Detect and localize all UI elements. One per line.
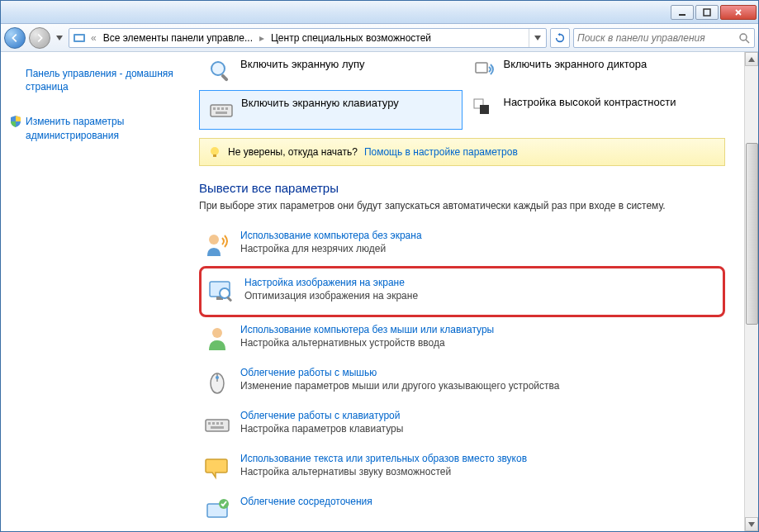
svg-rect-33 — [211, 426, 224, 429]
close-button[interactable] — [720, 5, 757, 20]
search-input[interactable] — [577, 32, 738, 44]
search-icon — [738, 31, 751, 45]
setting-display: Настройка изображения на экране Оптимиза… — [203, 270, 721, 313]
svg-rect-1 — [704, 9, 710, 16]
setting-sounds: Использование текста или зрительных обра… — [199, 446, 725, 489]
lightbulb-icon — [208, 145, 221, 159]
setting-link[interactable]: Облегчение работы с клавиатурой — [240, 410, 401, 421]
narrator-icon — [471, 58, 497, 84]
breadcrumb-item[interactable]: Все элементы панели управле... — [100, 29, 256, 47]
svg-point-6 — [211, 62, 225, 75]
breadcrumb-item[interactable]: Центр специальных возможностей — [268, 29, 434, 47]
scroll-up-button[interactable] — [745, 52, 758, 66]
setting-link[interactable]: Использование компьютера без экрана — [240, 230, 422, 241]
svg-rect-23 — [226, 296, 232, 302]
svg-rect-28 — [206, 420, 229, 431]
breadcrumb[interactable]: « Все элементы панели управле... ▸ Центр… — [69, 28, 547, 48]
setting-mouse: Облегчение работы с мышью Изменение пара… — [199, 360, 725, 403]
highlighted-setting: Настройка изображения на экране Оптимиза… — [199, 266, 725, 317]
narrator-item[interactable]: Включить экранного диктора — [463, 52, 726, 90]
main-panel: Включить экранную лупу Включить экранног… — [183, 52, 758, 531]
setting-desc: Настройка параметров клавиатуры — [240, 423, 403, 435]
setting-desc: Настройка альтернативы звуку возможносте… — [240, 466, 451, 477]
chevron-right-icon: ▸ — [256, 32, 268, 44]
svg-rect-14 — [216, 112, 227, 114]
shield-icon — [9, 115, 22, 128]
person-speaking-icon — [202, 230, 232, 259]
monitor-magnifier-icon — [206, 277, 236, 306]
magnifier-icon — [207, 58, 234, 84]
svg-rect-13 — [225, 107, 228, 110]
setting-desc: Настройка альтернативных устройств ввода — [240, 337, 445, 349]
magnifier-item[interactable]: Включить экранную лупу — [199, 52, 463, 90]
svg-rect-0 — [679, 14, 685, 16]
svg-rect-8 — [476, 63, 487, 73]
scroll-down-button[interactable] — [745, 517, 758, 531]
setting-focus: Облегчение сосредоточения — [199, 489, 725, 531]
svg-rect-7 — [221, 74, 229, 82]
svg-point-4 — [740, 34, 747, 40]
recent-pages-dropdown[interactable] — [54, 29, 65, 47]
svg-rect-9 — [211, 105, 232, 116]
setting-desc: Настройка для незрячих людей — [240, 243, 386, 254]
scroll-thumb[interactable] — [746, 143, 758, 325]
keyboard-icon — [208, 97, 235, 123]
svg-rect-30 — [212, 422, 215, 425]
svg-rect-16 — [480, 105, 489, 114]
control-panel-icon — [71, 30, 88, 46]
help-text: Не уверены, откуда начать? — [228, 146, 358, 158]
svg-rect-10 — [213, 107, 216, 110]
setting-desc: Изменение параметров мыши или другого ук… — [240, 380, 559, 392]
keyboard-item[interactable]: Включить экранную клавиатуру — [199, 90, 463, 130]
search-box[interactable] — [573, 28, 755, 48]
contrast-icon — [471, 96, 497, 122]
setting-keyboard: Облегчение работы с клавиатурой Настройк… — [199, 403, 725, 446]
person-icon — [202, 324, 232, 354]
focus-icon — [202, 496, 232, 525]
svg-point-24 — [212, 328, 222, 338]
minimize-button[interactable] — [671, 5, 694, 20]
keyboard-small-icon — [202, 410, 232, 439]
setting-no-mouse: Использование компьютера без мыши или кл… — [199, 317, 725, 360]
forward-button[interactable] — [29, 27, 50, 49]
svg-rect-32 — [221, 422, 223, 425]
svg-rect-11 — [217, 107, 220, 110]
mouse-icon — [202, 367, 232, 397]
svg-point-17 — [211, 147, 219, 155]
navbar: « Все элементы панели управле... ▸ Центр… — [1, 24, 758, 52]
setting-link[interactable]: Использование текста или зрительных обра… — [240, 453, 527, 464]
content: Панель управления - домашняя страница Из… — [1, 52, 758, 531]
help-bar: Не уверены, откуда начать? Помощь в наст… — [199, 138, 725, 166]
control-panel-home-link[interactable]: Панель управления - домашняя страница — [9, 64, 174, 97]
titlebar — [1, 1, 758, 24]
setting-link[interactable]: Облегчение сосредоточения — [240, 496, 372, 507]
contrast-item[interactable]: Настройка высокой контрастности — [463, 90, 726, 130]
svg-rect-3 — [75, 36, 83, 40]
breadcrumb-dropdown[interactable] — [529, 29, 546, 47]
svg-point-19 — [209, 235, 219, 245]
setting-no-screen: Использование компьютера без экрана Наст… — [199, 223, 725, 266]
svg-rect-29 — [208, 422, 211, 425]
svg-rect-31 — [216, 422, 219, 425]
section-title: Вывести все параметры — [199, 181, 725, 195]
setting-link[interactable]: Облегчение работы с мышью — [240, 367, 377, 378]
svg-line-5 — [746, 40, 749, 43]
svg-point-27 — [216, 376, 219, 379]
svg-rect-12 — [221, 107, 224, 110]
back-button[interactable] — [4, 27, 26, 49]
admin-settings-link[interactable]: Изменить параметры администрирования — [9, 112, 174, 145]
help-link[interactable]: Помощь в настройке параметров — [364, 146, 518, 158]
window: « Все элементы панели управле... ▸ Центр… — [0, 0, 759, 532]
setting-link[interactable]: Настройка изображения на экране — [244, 277, 405, 288]
setting-desc: Оптимизация изображения на экране — [244, 290, 418, 302]
speech-bubble-icon — [202, 453, 232, 482]
setting-link[interactable]: Использование компьютера без мыши или кл… — [240, 324, 494, 335]
sidebar: Панель управления - домашняя страница Из… — [1, 52, 183, 531]
section-desc: При выборе этих параметров они будут зап… — [199, 200, 725, 211]
chevron-left-icon: « — [88, 32, 100, 44]
vertical-scrollbar[interactable] — [744, 52, 758, 531]
maximize-button[interactable] — [695, 5, 719, 20]
refresh-button[interactable] — [550, 28, 570, 48]
svg-rect-18 — [213, 154, 216, 157]
quick-access-grid: Включить экранную лупу Включить экранног… — [199, 52, 725, 130]
